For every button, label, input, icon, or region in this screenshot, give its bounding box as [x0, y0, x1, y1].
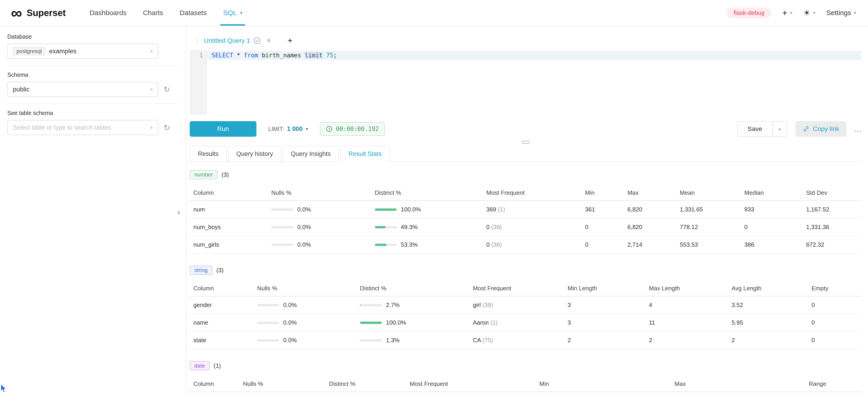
table-select[interactable]: Select table or type to search tables ▾ — [7, 120, 158, 135]
column-header: Nulls % — [253, 281, 356, 296]
limit-dropdown[interactable]: LIMIT: 1 000 ▾ — [268, 125, 308, 132]
cell-most-frequent: Aaron (1) — [469, 314, 564, 331]
cell-mean: 778.12 — [676, 218, 741, 236]
new-item-menu[interactable]: + ▾ — [782, 8, 792, 18]
sql-token: * — [233, 52, 244, 59]
cell-empty: 0 — [808, 331, 862, 349]
add-query-tab-button[interactable]: + — [287, 36, 292, 45]
cell-median: 386 — [741, 236, 802, 253]
chevron-down-icon: ▾ — [854, 10, 856, 15]
column-header: Max — [624, 185, 676, 201]
cell-max: 6,820 — [624, 218, 676, 236]
nav-label: SQL — [223, 9, 237, 17]
timer-value: 00:00:00.192 — [336, 125, 379, 132]
nav-label: Dashboards — [90, 9, 127, 17]
type-tag-date: date — [190, 361, 210, 370]
superset-brand[interactable]: ∞ Superset — [11, 0, 66, 26]
date-stats-section: date (1) Column Nulls % Distinct % Most … — [190, 361, 862, 395]
string-stats-table: Column Nulls % Distinct % Most Frequent … — [190, 281, 862, 349]
cell-min: 361 — [581, 201, 624, 218]
column-header: Column — [190, 185, 268, 201]
progress-bar — [375, 209, 397, 211]
save-split-button: Save ▾ — [737, 121, 787, 137]
cell-min-length: 3 — [564, 296, 645, 314]
column-header: Median — [741, 185, 802, 201]
theme-menu[interactable]: ☀ ▾ — [803, 8, 815, 18]
refresh-schema-icon[interactable]: ↻ — [164, 85, 170, 94]
nav-label: Charts — [143, 9, 163, 17]
run-query-button[interactable]: Run — [190, 121, 256, 137]
copy-link-button[interactable]: Copy link — [796, 121, 846, 137]
schema-select[interactable]: public ▾ — [7, 82, 158, 97]
column-header: Most Frequent — [483, 185, 581, 201]
cell-nulls: 0.0% — [268, 218, 371, 236]
column-header: Min — [536, 376, 671, 392]
chevron-down-icon: ▾ — [240, 10, 242, 15]
sql-keyword: from — [244, 52, 258, 59]
tab-label: Result Stats — [348, 150, 382, 157]
code-line: SELECT * from birth_names limit 75; — [207, 51, 862, 60]
nav-label: Datasets — [180, 9, 207, 17]
line-number: 1 — [190, 51, 203, 60]
refresh-tables-icon[interactable]: ↻ — [164, 123, 170, 132]
database-select[interactable]: postgresql examples ▾ — [7, 44, 158, 59]
collapse-sidebar-button[interactable]: ‹ — [178, 208, 180, 216]
tab-query-insights[interactable]: Query Insights — [283, 146, 339, 162]
chevron-down-icon: ▾ — [306, 127, 308, 131]
close-icon[interactable]: ✕ — [267, 37, 271, 44]
tab-label: Query Insights — [291, 150, 331, 157]
nav-charts[interactable]: Charts — [134, 0, 171, 26]
cell-range: same day — [805, 392, 862, 395]
cell-empty: 0 — [808, 296, 862, 314]
nav-sql[interactable]: SQL ▾ — [215, 0, 250, 26]
cell-std: 1,331.36 — [802, 218, 862, 236]
type-count: (3) — [216, 267, 224, 274]
number-stats-table: Column Nulls % Distinct % Most Frequent … — [190, 185, 862, 254]
plus-icon: + — [782, 8, 787, 18]
tab-result-stats[interactable]: Result Stats — [340, 146, 390, 162]
sql-code-editor[interactable]: 1 SELECT * from birth_names limit 75; — [190, 50, 862, 115]
progress-bar — [271, 209, 293, 211]
drag-grip-icon — [522, 141, 530, 144]
theme-sun-icon: ☀ — [803, 8, 810, 18]
date-stats-table: Column Nulls % Distinct % Most Frequent … — [190, 376, 862, 395]
table-row: gender 0.0% 2.7% girl (39) 3 4 3.52 0 — [190, 296, 862, 314]
tab-label: Query history — [236, 150, 273, 157]
save-button[interactable]: Save — [737, 121, 773, 137]
cell-column-name: num_girls — [190, 236, 268, 253]
column-header: Mean — [676, 185, 741, 201]
link-icon — [803, 126, 809, 132]
settings-menu[interactable]: Settings ▾ — [827, 9, 856, 17]
column-header: Column — [190, 376, 240, 392]
navbar-right: flask-debug + ▾ ☀ ▾ Settings ▾ — [727, 0, 856, 26]
progress-bar — [375, 226, 397, 229]
progress-bar — [271, 244, 293, 246]
superset-logo-icon: ∞ — [11, 5, 22, 21]
column-header: Most Frequent — [406, 376, 536, 392]
column-header: Min Length — [564, 281, 645, 296]
nav-datasets[interactable]: Datasets — [172, 0, 215, 26]
column-header: Nulls % — [268, 185, 371, 201]
cell-avg-length: 2 — [728, 331, 808, 349]
progress-bar — [257, 304, 279, 306]
column-header: Column — [190, 281, 253, 296]
save-dropdown-button[interactable]: ▾ — [773, 121, 787, 137]
column-header: Distinct % — [326, 376, 406, 392]
query-tab[interactable]: ⋮ Untitled Query 1 ✕ — [190, 37, 276, 44]
cell-avg-length: 5.95 — [728, 314, 808, 331]
more-actions-button[interactable]: … — [854, 125, 862, 133]
chevron-down-icon: ▾ — [150, 125, 153, 130]
cell-most-frequent: 0 (36) — [483, 236, 581, 253]
chevron-down-icon: ▾ — [150, 49, 153, 54]
clock-icon — [326, 126, 332, 132]
string-stats-section: string (3) Column Nulls % Distinct % Mos… — [190, 266, 862, 349]
cell-distinct: 100.0% — [371, 201, 483, 218]
pane-splitter[interactable] — [190, 139, 862, 145]
cell-max-length: 4 — [645, 296, 728, 314]
sql-identifier: birth_names — [258, 52, 305, 59]
nav-dashboards[interactable]: Dashboards — [81, 0, 135, 26]
tab-results[interactable]: Results — [190, 146, 227, 162]
cell-nulls: 0.0% — [253, 331, 356, 349]
database-value: examples — [49, 48, 76, 55]
tab-query-history[interactable]: Query history — [228, 146, 281, 162]
